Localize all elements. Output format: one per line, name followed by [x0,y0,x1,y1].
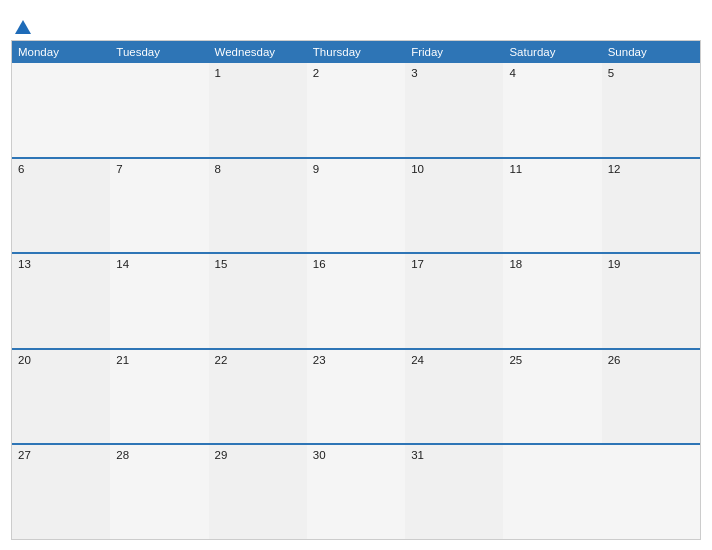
day-number: 1 [215,67,221,79]
day-cell: 4 [503,63,601,157]
day-cell [602,445,700,539]
day-cell: 3 [405,63,503,157]
day-cell: 29 [209,445,307,539]
day-number: 9 [313,163,319,175]
day-number: 26 [608,354,621,366]
day-cell: 7 [110,159,208,253]
calendar-page: MondayTuesdayWednesdayThursdayFridaySatu… [11,10,701,540]
day-number: 18 [509,258,522,270]
logo [15,20,33,34]
day-cell: 2 [307,63,405,157]
day-cell: 20 [12,350,110,444]
day-cell [503,445,601,539]
day-cell: 12 [602,159,700,253]
day-cell: 9 [307,159,405,253]
day-number: 23 [313,354,326,366]
day-cell: 16 [307,254,405,348]
calendar-grid: MondayTuesdayWednesdayThursdayFridaySatu… [11,40,701,540]
day-number: 30 [313,449,326,461]
day-number: 17 [411,258,424,270]
day-number: 3 [411,67,417,79]
day-cell: 8 [209,159,307,253]
day-number: 15 [215,258,228,270]
day-header-wednesday: Wednesday [209,41,307,63]
day-cell: 1 [209,63,307,157]
day-number: 5 [608,67,614,79]
day-header-friday: Friday [405,41,503,63]
day-number: 22 [215,354,228,366]
day-number: 16 [313,258,326,270]
day-headers-row: MondayTuesdayWednesdayThursdayFridaySatu… [12,41,700,63]
day-number: 12 [608,163,621,175]
day-cell: 15 [209,254,307,348]
day-header-saturday: Saturday [503,41,601,63]
day-header-tuesday: Tuesday [110,41,208,63]
day-cell: 28 [110,445,208,539]
day-number: 25 [509,354,522,366]
day-number: 21 [116,354,129,366]
day-number: 27 [18,449,31,461]
day-cell: 13 [12,254,110,348]
day-cell: 24 [405,350,503,444]
week-row-2: 6789101112 [12,157,700,253]
week-row-5: 2728293031 [12,443,700,539]
week-row-1: 12345 [12,63,700,157]
day-cell: 21 [110,350,208,444]
day-cell: 19 [602,254,700,348]
logo-blue-row [15,20,33,34]
day-cell: 26 [602,350,700,444]
day-cell: 6 [12,159,110,253]
day-number: 6 [18,163,24,175]
day-number: 29 [215,449,228,461]
day-number: 19 [608,258,621,270]
day-number: 20 [18,354,31,366]
day-number: 24 [411,354,424,366]
week-row-3: 13141516171819 [12,252,700,348]
day-cell: 30 [307,445,405,539]
weeks-container: 1234567891011121314151617181920212223242… [12,63,700,539]
day-cell: 5 [602,63,700,157]
day-cell: 11 [503,159,601,253]
day-number: 31 [411,449,424,461]
day-number: 14 [116,258,129,270]
day-cell [12,63,110,157]
day-number: 10 [411,163,424,175]
day-cell: 23 [307,350,405,444]
day-cell: 17 [405,254,503,348]
day-cell: 22 [209,350,307,444]
day-number: 13 [18,258,31,270]
day-header-monday: Monday [12,41,110,63]
day-cell: 14 [110,254,208,348]
day-number: 2 [313,67,319,79]
day-cell: 27 [12,445,110,539]
day-number: 7 [116,163,122,175]
page-header [11,10,701,40]
day-cell: 18 [503,254,601,348]
week-row-4: 20212223242526 [12,348,700,444]
day-number: 8 [215,163,221,175]
day-number: 11 [509,163,522,175]
day-header-thursday: Thursday [307,41,405,63]
day-cell: 10 [405,159,503,253]
day-number: 28 [116,449,129,461]
day-cell [110,63,208,157]
day-header-sunday: Sunday [602,41,700,63]
logo-triangle-icon [15,20,31,34]
day-cell: 31 [405,445,503,539]
day-number: 4 [509,67,515,79]
day-cell: 25 [503,350,601,444]
